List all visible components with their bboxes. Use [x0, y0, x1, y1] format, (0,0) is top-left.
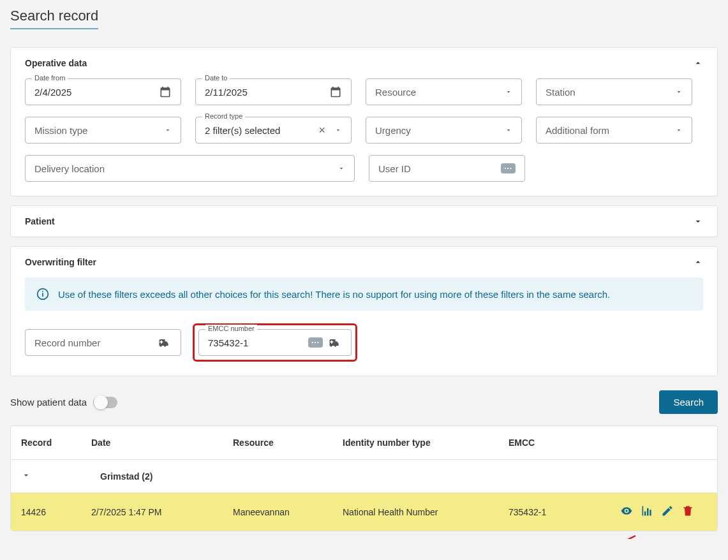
emcc-highlight: EMCC number 735432-1 ··· — [193, 323, 357, 362]
cell-date: 2/7/2025 1:47 PM — [91, 507, 233, 517]
clear-icon[interactable]: × — [318, 124, 325, 137]
chart-icon[interactable] — [641, 505, 653, 519]
additional-form-select[interactable]: Additional form — [536, 117, 692, 144]
table-group-row[interactable]: Grimstad (2) — [11, 460, 717, 493]
cell-record: 14426 — [21, 507, 91, 517]
date-from-label: Date from — [32, 74, 68, 82]
chevron-down-icon — [505, 126, 512, 134]
col-record: Record — [21, 438, 91, 448]
chevron-up-icon — [693, 257, 703, 267]
user-id-placeholder: User ID — [378, 163, 501, 174]
chevron-down-icon — [693, 216, 703, 226]
record-number-field[interactable]: Record number — [25, 329, 181, 356]
group-label: Grimstad (2) — [100, 471, 152, 482]
resource-select[interactable]: Resource — [366, 78, 522, 105]
operative-data-header[interactable]: Operative data — [11, 48, 717, 78]
show-patient-label: Show patient data — [10, 397, 87, 408]
record-type-select[interactable]: Record type 2 filter(s) selected × — [195, 117, 352, 144]
additional-form-placeholder: Additional form — [546, 125, 671, 136]
table-row[interactable]: 14426 2/7/2025 1:47 PM Maneevannan Natio… — [11, 493, 717, 531]
table-header: Record Date Resource Identity number typ… — [11, 426, 717, 460]
chevron-down-icon — [164, 126, 172, 134]
ambulance-icon[interactable] — [156, 336, 172, 349]
results-table: Record Date Resource Identity number typ… — [10, 425, 718, 531]
info-banner: Use of these filters exceeds all other c… — [25, 277, 703, 311]
patient-panel: Patient — [10, 205, 718, 237]
calendar-icon[interactable] — [159, 85, 172, 98]
station-select[interactable]: Station — [536, 78, 692, 105]
cell-emcc: 735432-1 — [509, 507, 591, 517]
info-icon — [36, 288, 49, 300]
urgency-placeholder: Urgency — [375, 125, 501, 136]
overwriting-title: Overwriting filter — [25, 257, 96, 267]
delivery-location-placeholder: Delivery location — [34, 163, 334, 174]
cell-resource: Maneevannan — [233, 507, 343, 517]
svg-rect-1 — [42, 293, 43, 297]
overwriting-header[interactable]: Overwriting filter — [11, 247, 717, 277]
col-identity: Identity number type — [343, 438, 509, 448]
more-icon[interactable]: ··· — [308, 337, 323, 348]
operative-title: Operative data — [25, 58, 87, 68]
user-id-field[interactable]: User ID ··· — [369, 155, 525, 182]
cell-identity: National Health Number — [343, 507, 509, 517]
record-type-label: Record type — [202, 112, 245, 120]
chevron-down-icon — [675, 126, 683, 134]
date-from-value: 2/4/2025 — [34, 87, 155, 98]
emcc-number-label: EMCC number — [205, 325, 257, 332]
search-button[interactable]: Search — [659, 390, 718, 414]
mission-type-select[interactable]: Mission type — [25, 117, 181, 144]
calendar-icon[interactable] — [329, 85, 342, 98]
annotation-arrow — [572, 533, 642, 539]
svg-line-4 — [579, 536, 635, 539]
urgency-select[interactable]: Urgency — [366, 117, 522, 144]
delivery-location-select[interactable]: Delivery location — [25, 155, 355, 182]
resource-placeholder: Resource — [375, 87, 501, 98]
chevron-down-icon — [675, 88, 683, 96]
col-date: Date — [91, 438, 233, 448]
delete-icon[interactable] — [681, 505, 694, 519]
col-resource: Resource — [233, 438, 343, 448]
show-patient-toggle[interactable] — [93, 397, 117, 408]
mission-type-placeholder: Mission type — [34, 125, 160, 136]
ambulance-icon[interactable] — [327, 336, 342, 349]
operative-data-panel: Operative data Date from 2/4/2025 Date t… — [10, 47, 718, 196]
chevron-down-icon — [338, 165, 345, 172]
page-title: Search record — [10, 8, 98, 29]
view-icon[interactable] — [620, 505, 633, 519]
svg-rect-2 — [42, 291, 43, 292]
info-text: Use of these filters exceeds all other c… — [58, 289, 610, 300]
chevron-down-icon — [505, 88, 512, 96]
date-to-label: Date to — [202, 74, 230, 82]
station-placeholder: Station — [546, 87, 671, 98]
date-to-value: 2/11/2025 — [205, 87, 325, 98]
patient-title: Patient — [25, 216, 55, 226]
record-number-placeholder: Record number — [34, 337, 152, 348]
patient-header[interactable]: Patient — [11, 206, 717, 237]
overwriting-filter-panel: Overwriting filter Use of these filters … — [10, 246, 718, 376]
edit-icon[interactable] — [661, 505, 674, 519]
record-type-value: 2 filter(s) selected — [205, 125, 318, 136]
col-emcc: EMCC — [509, 438, 591, 448]
chevron-up-icon — [693, 58, 703, 68]
more-icon[interactable]: ··· — [501, 163, 516, 173]
chevron-down-icon[interactable] — [21, 470, 31, 482]
emcc-number-field[interactable]: EMCC number 735432-1 ··· — [198, 329, 352, 356]
emcc-number-value: 735432-1 — [208, 337, 308, 348]
date-from-field[interactable]: Date from 2/4/2025 — [25, 78, 181, 105]
date-to-field[interactable]: Date to 2/11/2025 — [195, 78, 352, 105]
chevron-down-icon — [334, 126, 342, 134]
